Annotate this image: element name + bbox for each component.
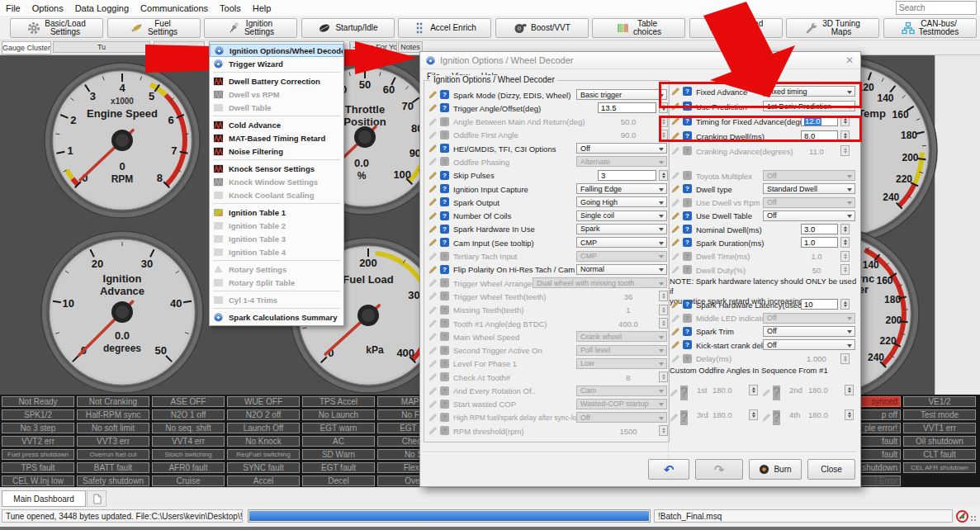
toolbar-button-table-choices[interactable]: Tablechoices	[592, 18, 685, 38]
spinner-timing-for-fixed-advance-degrees[interactable]	[840, 116, 850, 126]
dialog-title-bar[interactable]: Ignition Options / Wheel Decoder ✕	[420, 52, 860, 69]
status-indicator	[903, 476, 976, 486]
number-input-trigger-angle-offset-deg[interactable]: 13.5	[598, 102, 656, 113]
svg-text:degrees: degrees	[103, 343, 141, 354]
resize-grip[interactable]	[970, 515, 978, 523]
select-value: Off	[767, 341, 777, 349]
setting-row-fixed-advance: ?Fixed AdvanceFixed timing	[670, 85, 859, 100]
menu-item-knock-coolant-scaling: Knock Coolant Scaling	[210, 188, 343, 201]
select-hei-gmdis-tfi-c3i-options[interactable]: Off	[576, 143, 667, 154]
select-value: Off	[580, 144, 590, 153]
toolbar-button-fuel-settings[interactable]: FuelSettings	[107, 18, 201, 38]
select-flip-polarity-on-hi-res-tach-cam[interactable]: Normal	[576, 264, 667, 275]
spinner-trigger-angle-offset-deg[interactable]	[659, 102, 668, 113]
select-use-prediction[interactable]: 1st Deriv Prediction	[763, 101, 855, 111]
close-icon[interactable]: ✕	[845, 54, 854, 66]
tab-gauge-cluster[interactable]: Gauge Cluster	[2, 41, 51, 54]
dialog-icon	[425, 55, 436, 66]
toolbar-button-startup-idle[interactable]: Startup/Idle	[301, 18, 395, 38]
spinner-down-icon	[848, 415, 851, 418]
tab-main-dashboard[interactable]: Main Dashboard	[2, 490, 86, 507]
select-number-of-coils[interactable]: Single coil	[576, 211, 667, 221]
menubar-item-help[interactable]: Help	[247, 2, 277, 15]
spinner-skip-pulses[interactable]	[659, 170, 668, 181]
select-ignition-input-capture[interactable]: Falling Edge	[576, 183, 667, 194]
toolbar-button-accel-enrich[interactable]: Accel Enrich	[398, 18, 491, 38]
svg-text:60: 60	[383, 83, 395, 96]
menu-item-dwell-battery-correction[interactable]: Dwell Battery Correction	[210, 74, 343, 88]
select-use-dwell-table[interactable]: Off	[763, 211, 855, 221]
close-button[interactable]: Close	[807, 459, 855, 480]
menu-item-ignition-options-wheel-decoder[interactable]: Ignition Options/Wheel Decoder	[210, 44, 343, 57]
toolbar-button-3d-tuning-maps[interactable]: 3D TuningMaps	[786, 18, 879, 38]
menubar-item-file[interactable]: File	[0, 2, 26, 15]
menu-item-cold-advance[interactable]: Cold Advance	[210, 118, 343, 131]
new-dashboard-tab[interactable]	[87, 490, 107, 507]
help-icon: ?	[440, 238, 449, 247]
tab-tu[interactable]: Tu	[53, 41, 150, 53]
curve-icon	[213, 133, 224, 144]
status-bar: Tune opened, 3448 bytes updated. File:C:…	[0, 507, 980, 527]
redo-button[interactable]: ↷	[695, 459, 743, 480]
select-dwell-type[interactable]: Standard Dwell	[763, 183, 855, 194]
tab-el-tune-for-you[interactable]: el - Tune For You	[349, 41, 397, 53]
select-cam-input-see-tooltip[interactable]: CMP	[576, 237, 667, 248]
toolbar-button-boost-vvt[interactable]: Boost/VVT	[495, 18, 589, 38]
menubar-item-tools[interactable]: Tools	[214, 2, 247, 15]
number-input-timing-for-fixed-advance-degrees[interactable]: 12.0	[801, 116, 838, 126]
select-spark-trim[interactable]: Off	[763, 326, 855, 337]
pencil-icon	[670, 386, 679, 395]
number-input-nominal-dwell-ms[interactable]: 3.0	[801, 224, 838, 234]
burn-button[interactable]: Burn	[749, 459, 802, 480]
spinner-spark-duration-ms[interactable]	[840, 237, 850, 248]
spinner-spark-hardware-latency-usec[interactable]	[840, 299, 850, 310]
undo-button[interactable]: ↶	[648, 459, 689, 480]
menu-item-knock-sensor-settings[interactable]: Knock Sensor Settings	[210, 162, 343, 175]
menu-item-noise-filtering[interactable]: Noise Filtering	[210, 144, 343, 158]
spinner-delay-ms	[840, 353, 850, 364]
pencil-icon	[671, 131, 680, 140]
toolbar-button-ignition-settings[interactable]: IgnitionSettings	[204, 18, 297, 38]
number-input-spark-hardware-latency-usec[interactable]: 10	[801, 299, 838, 310]
select-spark-hardware-in-use[interactable]: Spark	[576, 224, 667, 234]
number-input-skip-pulses[interactable]: 3	[598, 170, 656, 181]
menu-item-spark-calculations-summary[interactable]: Spark Calculations Summary	[210, 310, 343, 324]
number-input-cranking-dwell-ms[interactable]: 8.0	[801, 130, 838, 141]
status-indicator-egt-fault: EGT fault	[302, 462, 375, 473]
select-kick-start-crank-delay[interactable]: Off	[763, 339, 855, 350]
svg-text:Fuel Load: Fuel Load	[343, 273, 393, 286]
toolbar-button-label: Startup/Idle	[335, 24, 377, 32]
menubar-item-options[interactable]: Options	[26, 2, 69, 15]
menu-item-ignition-table-1[interactable]: Ignition Table 1	[210, 206, 343, 219]
select-fixed-advance[interactable]: Fixed timing	[763, 86, 855, 97]
spinner-cranking-dwell-ms[interactable]	[840, 130, 850, 141]
menubar-item-communications[interactable]: Communications	[135, 2, 214, 15]
spinner-nominal-dwell-ms[interactable]	[840, 224, 850, 234]
toolbar-button-can-bus-testmodes[interactable]: CAN-bus/Testmodes	[883, 18, 977, 38]
curve-icon	[213, 120, 224, 130]
help-icon: ?	[440, 157, 449, 166]
chevron-down-icon	[659, 349, 664, 353]
svg-text:1: 1	[68, 144, 73, 157]
svg-text:220: 220	[896, 173, 912, 185]
svg-text:20: 20	[92, 258, 103, 270]
menubar-item-data-logging[interactable]: Data Logging	[69, 2, 135, 15]
spinner-cranking-advance-degrees	[840, 145, 850, 156]
menu-separator	[213, 116, 340, 116]
search-input[interactable]	[896, 1, 977, 15]
menu-item-trigger-wizard[interactable]: Trigger Wizard	[210, 57, 343, 70]
toolbar-button-advanced-engine[interactable]: AdvancedEngine	[689, 18, 783, 38]
select-spark-output[interactable]: Going High	[576, 196, 667, 207]
tab-ogno[interactable]: ogno	[154, 41, 205, 53]
status-indicator-stoich-switching: Stoich switching	[152, 449, 225, 460]
svg-text:7: 7	[171, 144, 177, 157]
toolbar-button-basic-load-settings[interactable]: Basic/LoadSettings	[10, 18, 103, 38]
setting-label: And Every Rotation Of..	[453, 386, 536, 395]
select-value: Off	[767, 211, 777, 220]
menu-item-mat-based-timing-retard[interactable]: MAT-Based Timing Retard	[210, 131, 343, 144]
number-input-spark-duration-ms[interactable]: 1.0	[801, 237, 838, 248]
svg-text:140: 140	[863, 259, 879, 271]
select-spark-mode-dizzy-edis-wheel[interactable]: Basic trigger	[576, 89, 667, 100]
select-value: Off	[767, 314, 777, 322]
help-icon: ?	[440, 117, 449, 126]
